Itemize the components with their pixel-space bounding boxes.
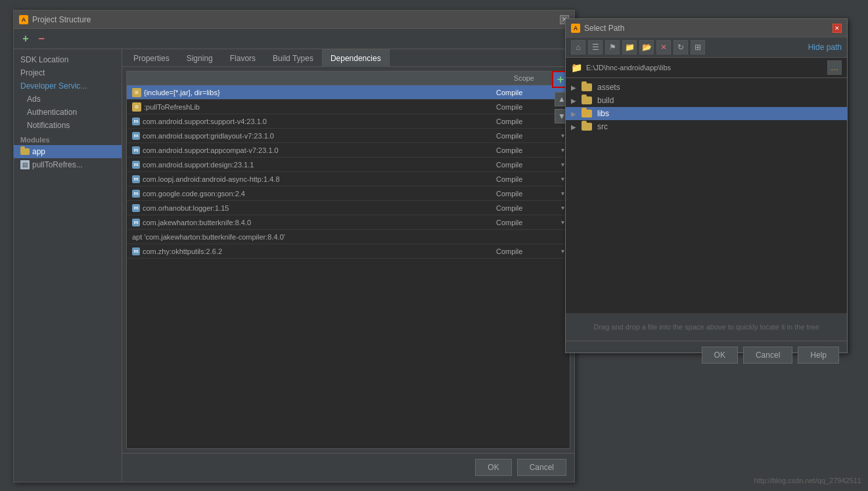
dep-m-icon: m — [132, 219, 140, 226]
tree-expand-arrow: ▶ — [571, 123, 579, 131]
dep-m-icon: m — [132, 247, 140, 255]
sp-path-bar: 📁 … — [566, 58, 847, 78]
sidebar-item-app[interactable]: app — [14, 145, 122, 158]
tree-item-libs[interactable]: ▶ libs — [566, 107, 847, 120]
ps-toolbar: + − — [14, 29, 574, 49]
sp-list-button[interactable]: ☰ — [588, 40, 603, 54]
table-row[interactable]: apt 'com.jakewharton:butterknife-compile… — [127, 230, 570, 244]
sidebar-item-project[interactable]: Project — [14, 66, 122, 79]
tab-signing[interactable]: Signing — [178, 49, 221, 67]
sp-bottom-buttons: OK Cancel Help — [566, 341, 847, 369]
sp-window-icon: A — [571, 24, 580, 33]
scope-dropdown-arrow[interactable]: ▾ — [561, 219, 564, 226]
table-row[interactable]: ⊞ {include=[*.jar], dir=libs} Compile — [127, 85, 570, 100]
sp-titlebar-left: A Select Path — [571, 24, 624, 33]
sidebar-item-sdk-location[interactable]: SDK Location — [14, 53, 122, 66]
select-path-window: A Select Path ✕ ⌂ ☰ ⚑ 📁 📂 ✕ ↻ ⊞ Hide pat… — [565, 18, 848, 353]
sidebar-item-notifications[interactable]: Notifications — [14, 119, 122, 132]
libs-folder-icon — [582, 110, 592, 117]
sidebar-item-ads[interactable]: Ads — [14, 93, 122, 106]
sp-window-title: Select Path — [584, 24, 624, 33]
sp-path-input[interactable] — [586, 64, 823, 72]
ps-sidebar: SDK Location Project Developer Servic...… — [14, 49, 122, 481]
sp-path-browse-button[interactable]: … — [827, 60, 842, 75]
sp-toolbar: ⌂ ☰ ⚑ 📁 📂 ✕ ↻ ⊞ Hide path — [566, 37, 847, 58]
tree-item-build[interactable]: ▶ build — [566, 94, 847, 107]
table-row[interactable]: m com.android.support:appcompat-v7:23.1.… — [127, 143, 570, 158]
scope-dropdown-arrow[interactable]: ▾ — [561, 204, 564, 211]
ps-ok-button[interactable]: OK — [475, 459, 511, 476]
sp-refresh-button[interactable]: ↻ — [674, 40, 688, 54]
scope-dropdown-arrow[interactable]: ▾ — [561, 190, 564, 197]
dep-m-icon: m — [132, 161, 140, 169]
table-row[interactable]: m com.android.support:gridlayout-v7:23.1… — [127, 129, 570, 143]
table-row[interactable]: m com.android.support:support-v4:23.1.0 … — [127, 114, 570, 129]
tree-expand-arrow: ▶ — [571, 97, 579, 104]
sidebar-item-authentication[interactable]: Authentication — [14, 106, 122, 119]
ps-window-icon: A — [19, 15, 28, 24]
tree-item-src[interactable]: ▶ src — [566, 120, 847, 133]
sp-new-folder-button[interactable]: 📁 — [622, 40, 637, 54]
sp-open-folder-button[interactable]: 📂 — [639, 40, 654, 54]
dep-m-icon: m — [132, 190, 140, 198]
table-row[interactable]: m com.google.code.gson:gson:2.4 Compile … — [127, 186, 570, 201]
select-path-titlebar: A Select Path ✕ — [566, 19, 847, 37]
sidebar-item-developer-services[interactable]: Developer Servic... — [14, 79, 122, 93]
dep-m-icon: m — [132, 146, 140, 154]
dep-jar-icon: ⊞ — [132, 88, 141, 97]
src-folder-icon — [582, 123, 592, 131]
sp-toolbar-buttons: ⌂ ☰ ⚑ 📁 📂 ✕ ↻ ⊞ — [571, 40, 705, 54]
titlebar-left: A Project Structure — [19, 15, 91, 24]
scope-dropdown-arrow[interactable]: ▾ — [561, 247, 564, 255]
table-row[interactable]: m com.orhanobut:logger:1.15 Compile ▾ — [127, 201, 570, 215]
sp-cancel-button[interactable]: Cancel — [743, 347, 792, 364]
sp-grid-button[interactable]: ⊞ — [691, 40, 705, 54]
deps-table-container: + Scope ▲ ▼ ⊞ — [122, 67, 574, 453]
ps-main-content: SDK Location Project Developer Servic...… — [14, 49, 574, 481]
tree-item-assets[interactable]: ▶ assets — [566, 81, 847, 94]
app-folder-icon — [20, 148, 30, 155]
modules-section-label: Modules — [14, 132, 122, 145]
tab-flavors[interactable]: Flavors — [221, 49, 264, 67]
sp-tree: ▶ assets ▶ build ▶ libs ▶ src — [566, 78, 847, 313]
table-row[interactable]: m com.zhy:okhttputils:2.6.2 Compile ▾ — [127, 244, 570, 259]
scope-dropdown-arrow[interactable]: ▾ — [561, 161, 564, 168]
sp-help-button[interactable]: Help — [798, 347, 839, 364]
ps-remove-toolbar-button[interactable]: − — [35, 32, 48, 45]
table-row[interactable]: ⊞ :pullToRefreshLib Compile — [127, 100, 570, 114]
project-structure-titlebar: A Project Structure ✕ — [14, 11, 574, 29]
sp-close-button[interactable]: ✕ — [833, 24, 842, 33]
ps-tabs: Properties Signing Flavors Build Types D… — [122, 49, 574, 67]
deps-table-header: Scope — [126, 71, 570, 85]
sp-delete-button[interactable]: ✕ — [656, 40, 671, 54]
sp-path-folder-icon: 📁 — [571, 62, 582, 73]
ps-window-title: Project Structure — [32, 15, 91, 24]
tab-build-types[interactable]: Build Types — [264, 49, 322, 67]
scope-dropdown-arrow[interactable]: ▾ — [561, 175, 564, 182]
table-row[interactable]: m com.jakewharton:butterknife:8.4.0 Comp… — [127, 215, 570, 230]
scope-dropdown-arrow[interactable]: ▾ — [561, 146, 564, 154]
deps-name-header — [127, 72, 333, 85]
assets-folder-icon — [582, 83, 592, 91]
dep-m-icon: m — [132, 204, 140, 212]
sidebar-item-pulltorefres[interactable]: ▤ pullToRefres... — [14, 158, 122, 171]
ps-right-panel: Properties Signing Flavors Build Types D… — [122, 49, 574, 481]
sp-drag-hint: Drag and drop a file into the space abov… — [566, 313, 847, 341]
scope-dropdown-arrow[interactable]: ▾ — [561, 132, 564, 139]
tree-expand-arrow: ▶ — [571, 84, 579, 91]
sp-ok-button[interactable]: OK — [702, 347, 738, 364]
table-row[interactable]: m com.android.support:design:23.1.1 Comp… — [127, 158, 570, 172]
deps-scope-header: Scope — [333, 72, 550, 85]
dep-m-icon: m — [132, 132, 140, 140]
table-row[interactable]: m com.loopj.android:android-async-http:1… — [127, 172, 570, 186]
dep-m-icon: m — [132, 175, 140, 183]
pulltorefres-module-icon: ▤ — [20, 160, 30, 169]
sp-flag-button[interactable]: ⚑ — [605, 40, 620, 54]
tab-properties[interactable]: Properties — [125, 49, 178, 67]
sp-home-button[interactable]: ⌂ — [571, 40, 585, 54]
ps-cancel-button[interactable]: Cancel — [517, 459, 566, 476]
tab-dependencies[interactable]: Dependencies — [322, 49, 390, 67]
dep-m-icon: m — [132, 117, 140, 125]
sp-hide-path-link[interactable]: Hide path — [808, 43, 842, 52]
ps-add-toolbar-button[interactable]: + — [19, 32, 32, 45]
